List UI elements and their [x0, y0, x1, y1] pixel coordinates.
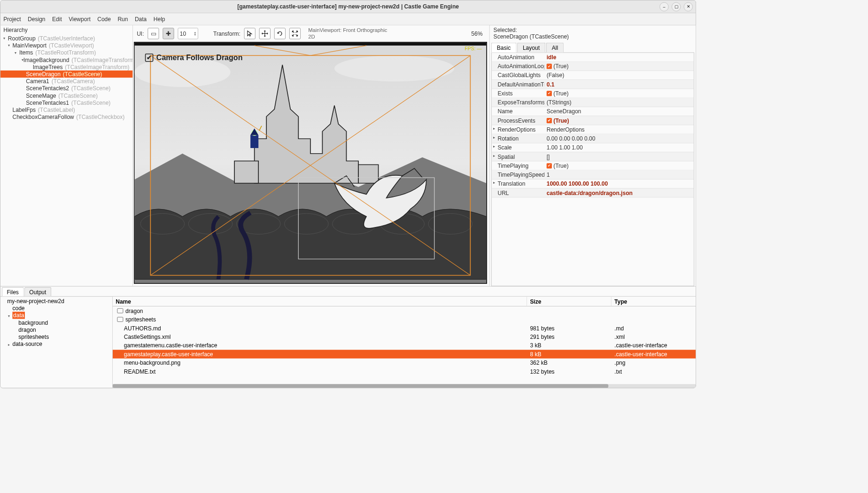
window-controls: – ▢ ✕: [659, 2, 693, 11]
bottom-tabs: Files Output: [0, 287, 696, 297]
menu-run[interactable]: Run: [117, 16, 128, 23]
file-rows[interactable]: dragonspritesheetsAUTHORS.md981 bytes.md…: [113, 306, 696, 384]
project-tree-item[interactable]: dragon: [2, 326, 111, 333]
col-type[interactable]: Type: [612, 297, 696, 306]
property-row[interactable]: TimePlaying✔ (True): [492, 161, 694, 170]
property-row[interactable]: NameSceneDragon: [492, 107, 694, 116]
property-row[interactable]: ExposeTransforms(TStrings): [492, 98, 694, 107]
hierarchy-item[interactable]: SceneDragon(TCastleScene): [0, 70, 133, 78]
hierarchy-item[interactable]: ▾MainViewport(TCastleViewport): [0, 42, 133, 49]
property-row[interactable]: ▸Spatial[]: [492, 152, 694, 161]
tab-basic[interactable]: Basic: [491, 43, 516, 53]
project-tree-item[interactable]: my-new-project-new2d: [2, 297, 111, 305]
col-size[interactable]: Size: [527, 297, 612, 306]
property-row[interactable]: CastGlobalLights(False): [492, 71, 694, 80]
hierarchy-item[interactable]: CheckboxCameraFollow(TCastleCheckbox): [0, 113, 133, 120]
menu-design[interactable]: Design: [28, 16, 45, 23]
svg-rect-5: [234, 161, 258, 183]
maximize-button[interactable]: ▢: [672, 2, 681, 11]
property-row[interactable]: AutoAnimationidle: [492, 53, 694, 62]
center-panel: UI: ▭ ✚ 10 ▲▼ Transform:: [133, 25, 489, 286]
menubar: Project Design Edit Viewport Code Run Da…: [0, 13, 696, 25]
bottom-split: my-new-project-new2dcode▾databackgroundd…: [0, 297, 696, 388]
menu-help[interactable]: Help: [154, 16, 165, 23]
folder-icon: [117, 317, 123, 321]
bottom-panel: Files Output my-new-project-new2dcode▾da…: [0, 286, 696, 388]
checkbox-label: Camera Follows Dragon: [156, 53, 243, 62]
property-row[interactable]: ▸Scale1.00 1.00 1.00: [492, 143, 694, 152]
spinner-arrows[interactable]: ▲▼: [194, 31, 196, 36]
menu-project[interactable]: Project: [3, 16, 21, 23]
file-row[interactable]: CastleSettings.xml291 bytes.xml: [113, 332, 696, 341]
svg-point-3: [134, 57, 230, 87]
titlebar: [gamestateplay.castle-user-interface] my…: [0, 0, 696, 13]
tab-files[interactable]: Files: [2, 287, 23, 296]
hierarchy-item[interactable]: SceneTentacles2(TCastleScene): [0, 85, 133, 92]
main-area: Hierarchy ▾RootGroup(TCastleUserInterfac…: [0, 25, 696, 286]
file-row[interactable]: menu-background.png362 kB.png: [113, 359, 696, 367]
file-list: Name Size Type dragonspritesheetsAUTHORS…: [113, 297, 696, 388]
hierarchy-item[interactable]: SceneMage(TCastleScene): [0, 92, 133, 99]
select-tool[interactable]: [244, 28, 256, 39]
minimize-button[interactable]: –: [659, 2, 668, 11]
hierarchy-item[interactable]: ▾RootGroup(TCastleUserInterface): [0, 35, 133, 42]
property-row[interactable]: ▸Translation1000.00 1000.00 100.00: [492, 180, 694, 188]
tab-layout[interactable]: Layout: [517, 43, 545, 53]
col-name[interactable]: Name: [113, 297, 527, 306]
folder-row[interactable]: spritesheets: [113, 315, 696, 323]
svg-point-4: [334, 55, 454, 81]
project-tree-item[interactable]: background: [2, 319, 111, 326]
rotate-tool[interactable]: [274, 28, 286, 39]
project-tree[interactable]: my-new-project-new2dcode▾databackgroundd…: [0, 297, 113, 388]
zoom-percent: 56%: [471, 31, 482, 37]
file-list-scrollbar[interactable]: [113, 384, 696, 388]
close-button[interactable]: ✕: [684, 2, 693, 11]
hierarchy-item[interactable]: ▾Items(TCastleRootTransform): [0, 49, 133, 56]
hierarchy-item[interactable]: ▾ImageBackground(TCastleImageTransform): [0, 56, 133, 63]
project-tree-item[interactable]: spritesheets: [2, 333, 111, 340]
property-row[interactable]: AutoAnimationLoop✔ (True): [492, 62, 694, 71]
scale-tool[interactable]: [289, 28, 301, 39]
folder-row[interactable]: dragon: [113, 306, 696, 315]
hierarchy-item[interactable]: ImageTrees(TCastleImageTransform): [0, 63, 133, 70]
property-row[interactable]: ▸RenderOptionsRenderOptions: [492, 125, 694, 134]
property-row[interactable]: TimePlayingSpeed1: [492, 171, 694, 180]
property-row[interactable]: DefaultAnimationTransition0.1: [492, 80, 694, 89]
property-row[interactable]: URLcastle-data:/dragon/dragon.json: [492, 188, 694, 197]
svg-rect-0: [134, 43, 486, 46]
menu-viewport[interactable]: Viewport: [69, 16, 91, 23]
property-row[interactable]: Exists✔ (True): [492, 89, 694, 98]
menu-edit[interactable]: Edit: [52, 16, 62, 23]
viewport-canvas[interactable]: ✔ Camera Follows Dragon FPS: —: [134, 42, 487, 284]
menu-code[interactable]: Code: [97, 16, 111, 23]
property-row[interactable]: ProcessEvents✔ (True): [492, 116, 694, 125]
hierarchy-tree[interactable]: ▾RootGroup(TCastleUserInterface)▾MainVie…: [0, 35, 133, 121]
hierarchy-item[interactable]: SceneTentacles1(TCastleScene): [0, 99, 133, 106]
ui-anchor-tool[interactable]: ✚: [163, 28, 174, 39]
tab-all[interactable]: All: [546, 43, 564, 53]
property-row[interactable]: ▸Rotation0.00 0.00 0.00 0.00: [492, 134, 694, 143]
project-tree-item[interactable]: ▸data-source: [2, 340, 111, 347]
scene-svg: [134, 43, 486, 283]
file-row[interactable]: AUTHORS.md981 bytes.md: [113, 324, 696, 332]
ui-grid-spinner[interactable]: 10 ▲▼: [178, 28, 198, 39]
menu-data[interactable]: Data: [135, 16, 147, 23]
project-tree-item[interactable]: ▾data: [2, 312, 111, 319]
hierarchy-panel: Hierarchy ▾RootGroup(TCastleUserInterfac…: [0, 25, 133, 286]
checkbox-icon: ✔: [145, 53, 154, 62]
property-grid[interactable]: AutoAnimationidleAutoAnimationLoop✔ (Tru…: [491, 53, 694, 286]
viewport-toolbar: UI: ▭ ✚ 10 ▲▼ Transform:: [133, 25, 489, 42]
inspector-tabs: Basic Layout All: [491, 43, 694, 53]
project-tree-item[interactable]: code: [2, 305, 111, 312]
file-row[interactable]: README.txt132 bytes.txt: [113, 367, 696, 376]
tab-output[interactable]: Output: [24, 287, 51, 296]
fps-label: FPS: —: [465, 46, 482, 51]
file-row[interactable]: gamestatemenu.castle-user-interface3 kB.…: [113, 341, 696, 350]
move-tool[interactable]: [259, 28, 271, 39]
camera-follow-checkbox[interactable]: ✔ Camera Follows Dragon: [145, 53, 243, 62]
hierarchy-item[interactable]: LabelFps(TCastleLabel): [0, 106, 133, 113]
ui-rect-tool[interactable]: ▭: [148, 28, 159, 39]
hierarchy-item[interactable]: Camera1(TCastleCamera): [0, 78, 133, 85]
file-row[interactable]: gamestateplay.castle-user-interface8 kB.…: [113, 350, 696, 358]
file-list-header: Name Size Type: [113, 297, 696, 306]
